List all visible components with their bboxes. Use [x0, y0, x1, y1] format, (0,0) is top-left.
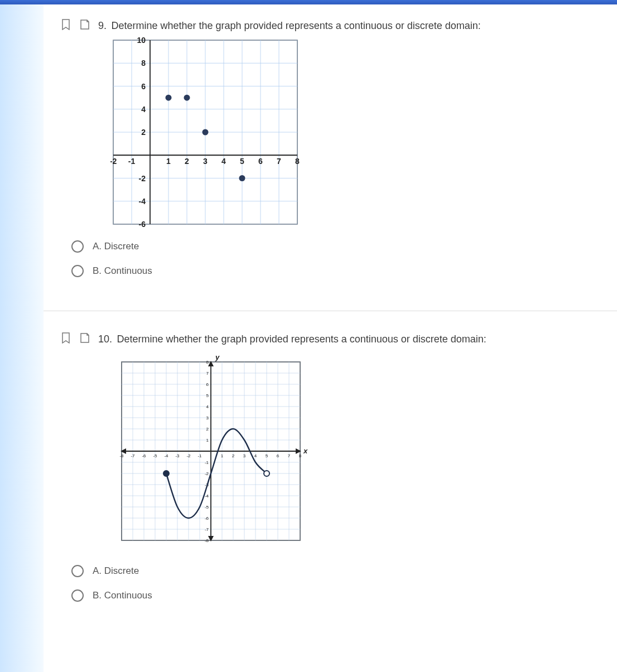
svg-text:-1: -1: [205, 460, 209, 465]
question-10: 10. Determine whether the graph provided…: [60, 328, 584, 630]
svg-text:2: 2: [206, 427, 209, 432]
svg-point-41: [166, 95, 172, 101]
svg-point-121: [264, 471, 269, 476]
svg-text:1: 1: [166, 157, 171, 166]
svg-text:1: 1: [206, 438, 209, 443]
radio-icon[interactable]: [71, 565, 84, 577]
svg-text:5: 5: [240, 157, 244, 166]
svg-text:3: 3: [206, 415, 209, 420]
svg-text:-1: -1: [128, 157, 136, 166]
radio-icon[interactable]: [71, 265, 84, 277]
svg-text:5: 5: [206, 393, 209, 398]
question-9-options: A. Discrete B. Continuous: [71, 240, 584, 277]
svg-text:-3: -3: [175, 453, 180, 458]
question-number: 10.: [98, 333, 112, 345]
svg-text:6: 6: [141, 82, 146, 91]
note-icon[interactable]: [79, 19, 90, 30]
svg-text:4: 4: [221, 157, 226, 166]
svg-text:7: 7: [288, 453, 291, 458]
svg-point-44: [239, 175, 245, 181]
svg-point-42: [184, 95, 190, 101]
question-10-text: 10. Determine whether the graph provided…: [98, 332, 486, 346]
radio-icon[interactable]: [71, 589, 84, 602]
svg-text:1: 1: [221, 453, 224, 458]
svg-text:y: y: [215, 353, 220, 361]
svg-text:2: 2: [232, 453, 235, 458]
svg-text:3: 3: [203, 157, 208, 166]
svg-text:2: 2: [141, 128, 146, 137]
svg-text:-5: -5: [205, 505, 209, 510]
question-prompt: Determine whether the graph provided rep…: [111, 20, 480, 31]
svg-text:8: 8: [206, 360, 209, 365]
question-10-options: A. Discrete B. Continuous: [71, 565, 584, 602]
svg-text:-8: -8: [119, 453, 124, 458]
svg-text:-6: -6: [139, 220, 146, 227]
top-bar: [0, 0, 617, 4]
svg-text:7: 7: [277, 157, 281, 166]
svg-point-43: [203, 129, 209, 136]
svg-text:8: 8: [295, 157, 300, 166]
svg-text:6: 6: [277, 453, 279, 458]
radio-icon[interactable]: [71, 240, 84, 253]
svg-text:-6: -6: [142, 453, 146, 458]
option-label: B. Continuous: [93, 590, 152, 601]
svg-text:5: 5: [266, 453, 268, 458]
svg-text:-7: -7: [131, 453, 135, 458]
note-icon[interactable]: [79, 332, 90, 344]
svg-text:2: 2: [185, 157, 189, 166]
svg-text:3: 3: [243, 453, 246, 458]
option-label: B. Continuous: [93, 265, 152, 277]
question-prompt: Determine whether the graph provided rep…: [117, 333, 486, 345]
svg-text:-7: -7: [205, 527, 209, 532]
question-number: 9.: [98, 20, 107, 31]
question-9-graph: -2-112345678108642-2-4-6: [110, 37, 584, 227]
svg-text:8: 8: [299, 453, 302, 458]
svg-point-120: [163, 471, 169, 476]
option-9a[interactable]: A. Discrete: [71, 240, 584, 253]
svg-text:6: 6: [258, 157, 263, 166]
svg-text:-2: -2: [139, 174, 146, 183]
svg-text:-8: -8: [205, 538, 209, 543]
option-9b[interactable]: B. Continuous: [71, 265, 584, 277]
svg-text:-2: -2: [110, 157, 117, 166]
svg-text:8: 8: [141, 59, 146, 67]
svg-text:-1: -1: [197, 453, 202, 458]
question-9: 9. Determine whether the graph provided …: [60, 14, 584, 305]
svg-text:-4: -4: [205, 494, 209, 499]
svg-text:x: x: [303, 447, 308, 455]
svg-text:4: 4: [206, 404, 209, 409]
option-label: A. Discrete: [93, 565, 139, 577]
svg-text:-4: -4: [139, 197, 146, 206]
question-9-text: 9. Determine whether the graph provided …: [98, 19, 481, 33]
svg-text:-5: -5: [153, 453, 157, 458]
svg-text:-2: -2: [205, 471, 209, 476]
divider: [44, 311, 617, 311]
svg-text:4: 4: [141, 105, 146, 114]
svg-text:7: 7: [206, 371, 209, 376]
bookmark-icon[interactable]: [60, 332, 71, 344]
svg-text:6: 6: [206, 382, 209, 387]
option-label: A. Discrete: [93, 241, 139, 252]
svg-text:-4: -4: [164, 453, 168, 458]
main-content: 9. Determine whether the graph provided …: [44, 4, 617, 672]
bookmark-icon[interactable]: [60, 19, 71, 30]
svg-text:4: 4: [254, 453, 257, 458]
svg-text:-6: -6: [205, 516, 209, 521]
left-gutter: [0, 4, 44, 672]
svg-text:-2: -2: [186, 453, 191, 458]
svg-text:10: 10: [137, 37, 146, 45]
question-10-graph: -8-7-6-5-4-3-2-112345678-8-7-6-5-4-3-2-1…: [110, 351, 584, 552]
option-10a[interactable]: A. Discrete: [71, 565, 584, 577]
option-10b[interactable]: B. Continuous: [71, 589, 584, 602]
